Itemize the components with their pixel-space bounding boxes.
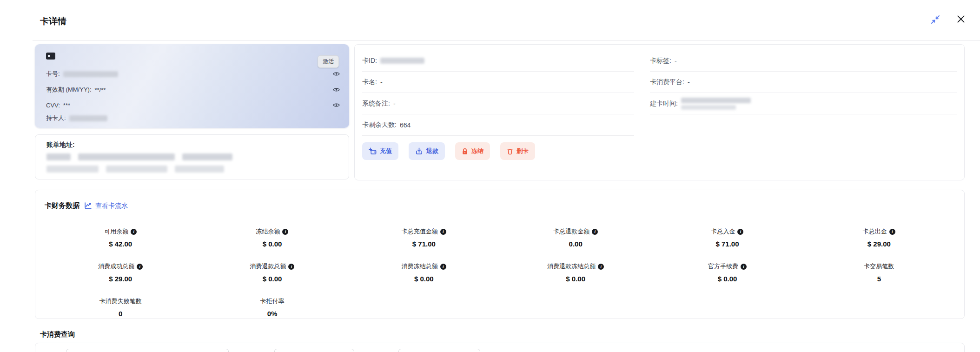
status-badge: 激活 (318, 55, 339, 68)
metric-spend-success-total: 消费成功总额i $ 29.00 (45, 262, 196, 283)
metric-transaction-count: 卡交易笔数 5 (803, 262, 955, 283)
metric-value: $ 0.00 (196, 275, 348, 283)
spend-platform-label: 卡消费平台: (650, 78, 684, 86)
system-note-value: - (393, 100, 396, 107)
metric-label: 卡总入金 (711, 227, 735, 236)
info-icon[interactable]: i (440, 229, 446, 235)
metric-spend-refund-total: 消费退款总额i $ 0.00 (196, 262, 348, 283)
info-icon[interactable]: i (889, 229, 895, 235)
metric-label: 消费成功总额 (98, 262, 134, 271)
info-icon[interactable]: i (592, 229, 598, 235)
collapse-button[interactable] (930, 14, 940, 25)
masked-address-line-2 (46, 166, 224, 173)
metric-label: 卡消费失败笔数 (99, 297, 142, 306)
freeze-button[interactable]: 冻结 (455, 142, 490, 160)
freeze-label: 冻结 (471, 147, 483, 155)
info-icon[interactable]: i (282, 229, 288, 235)
info-icon[interactable]: i (131, 229, 137, 235)
card-id-label: 卡ID: (362, 57, 377, 65)
card-cvv-row: CVV: *** (46, 100, 340, 110)
masked-card-number (63, 71, 118, 77)
query-input-3[interactable] (398, 349, 480, 352)
metric-label: 消费退款冻结总额 (547, 262, 596, 271)
header-divider (33, 40, 980, 41)
card-holder-row: 持卡人: (46, 113, 340, 123)
metric-label: 卡交易笔数 (864, 262, 894, 271)
field-spend-platform: 卡消费平台: - (650, 72, 957, 93)
field-card-id: 卡ID: (362, 50, 634, 72)
metric-value: $ 0.00 (348, 275, 500, 283)
field-days-remaining: 卡剩余天数: 664 (362, 114, 634, 136)
metric-label: 卡总充值金额 (402, 227, 438, 236)
recharge-wallet-icon (369, 147, 377, 155)
delete-card-button[interactable]: 删卡 (500, 142, 535, 160)
card-number-label: 卡号: (46, 70, 60, 78)
field-card-name: 卡名: - (362, 72, 634, 93)
line-chart-icon (84, 202, 92, 210)
metric-label: 卡总退款金额 (553, 227, 589, 236)
collapse-icon (930, 14, 940, 25)
view-card-flow-link[interactable]: 查看卡流水 (84, 202, 128, 210)
lock-icon (462, 148, 468, 155)
metric-total-recharge: 卡总充值金额i $ 71.00 (348, 227, 500, 248)
finance-panel: 卡财务数据 查看卡流水 可用余额i $ 42.00 冻结余额i $ 0.00 卡… (35, 190, 965, 319)
metric-total-inflow: 卡总入金i $ 71.00 (651, 227, 803, 248)
info-icon[interactable]: i (737, 229, 743, 235)
metric-value: 0.00 (500, 240, 651, 248)
metric-value: 5 (803, 275, 955, 283)
metric-label: 卡总出金 (863, 227, 887, 236)
query-input-2[interactable] (274, 349, 354, 352)
billing-address-box: 账单地址: (35, 134, 349, 179)
reveal-card-number-button[interactable] (333, 71, 340, 77)
details-right-column: 卡标签: - 卡消费平台: - 建卡时间: (650, 50, 957, 136)
close-button[interactable] (956, 14, 966, 24)
field-system-note: 系统备注: - (362, 93, 634, 114)
metric-value: $ 0.00 (196, 240, 348, 248)
trash-icon (507, 148, 513, 155)
metric-value: $ 42.00 (45, 240, 196, 248)
refund-label: 退款 (426, 147, 438, 155)
info-icon[interactable]: i (440, 264, 446, 270)
metric-label: 卡拒付率 (260, 297, 284, 306)
metric-value: $ 0.00 (651, 275, 803, 283)
spend-platform-value: - (688, 79, 690, 86)
info-icon[interactable]: i (741, 264, 747, 270)
billing-address-label: 账单地址: (46, 141, 75, 149)
cvv-value: *** (63, 102, 70, 109)
reveal-expiry-button[interactable] (333, 87, 340, 93)
masked-created-time (681, 98, 751, 110)
close-icon (956, 14, 966, 24)
view-card-flow-label: 查看卡流水 (95, 202, 128, 210)
card-number-row: 卡号: (46, 69, 340, 79)
metric-label: 消费退款总额 (250, 262, 286, 271)
created-time-label: 建卡时间: (650, 100, 678, 108)
refund-button[interactable]: 退款 (409, 142, 445, 160)
eye-icon (333, 102, 340, 108)
details-left-column: 卡ID: 卡名: - 系统备注: - 卡剩余天数: 664 (362, 50, 634, 136)
query-input-1[interactable] (66, 349, 229, 352)
info-icon[interactable]: i (137, 264, 143, 270)
metric-total-outflow: 卡总出金i $ 29.00 (803, 227, 955, 248)
holder-label: 持卡人: (46, 114, 66, 122)
metric-failed-count: 卡消费失败笔数 0 (45, 297, 196, 318)
eye-icon (333, 87, 340, 93)
reveal-cvv-button[interactable] (333, 102, 340, 108)
metric-value: $ 0.00 (500, 275, 651, 283)
metric-total-refund: 卡总退款金额i 0.00 (500, 227, 651, 248)
card-tag-value: - (675, 57, 677, 65)
days-remaining-value: 664 (400, 121, 411, 129)
recharge-button[interactable]: 充值 (362, 142, 398, 160)
page-title: 卡详情 (40, 15, 66, 27)
query-panel (35, 343, 965, 352)
metric-spend-refund-frozen-total: 消费退款冻结总额i $ 0.00 (500, 262, 651, 283)
eye-icon (333, 71, 340, 77)
metric-available-balance: 可用余额i $ 42.00 (45, 227, 196, 248)
metric-value: 0% (196, 310, 348, 318)
metric-chargeback-rate: 卡拒付率 0% (196, 297, 348, 318)
metric-label: 官方手续费 (708, 262, 738, 271)
virtual-card: 激活 卡号: 有效期 (MM/YY): **/** CVV: *** (35, 44, 349, 128)
info-icon[interactable]: i (598, 264, 604, 270)
info-icon[interactable]: i (288, 264, 294, 270)
masked-card-id (380, 58, 424, 64)
refund-wallet-icon (415, 147, 423, 155)
